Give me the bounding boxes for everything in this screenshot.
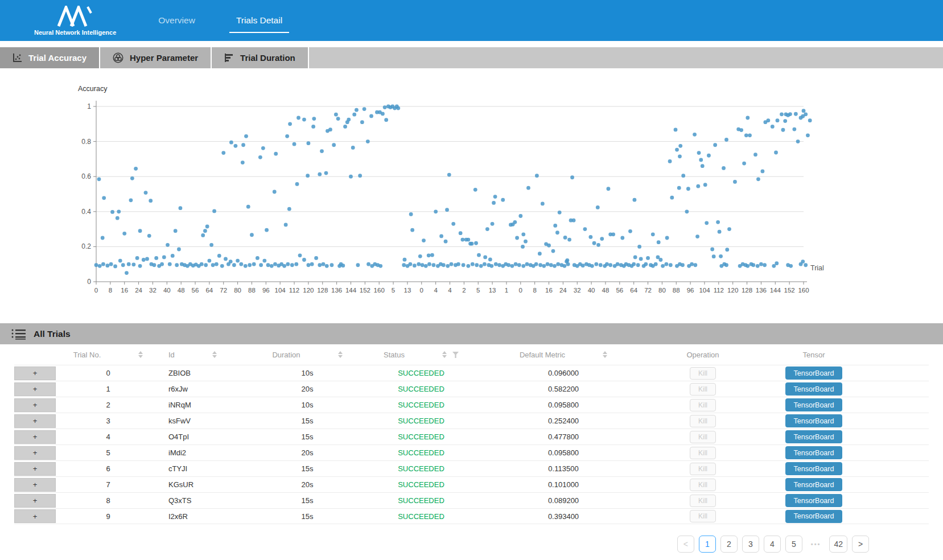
scatter-point[interactable] [217, 254, 221, 258]
tensorboard-button[interactable]: TensorBoard [785, 446, 842, 459]
scatter-point[interactable] [759, 262, 763, 266]
scatter-point[interactable] [524, 240, 528, 244]
scatter-point[interactable] [670, 196, 674, 200]
expand-row-button[interactable]: + [14, 509, 56, 523]
scatter-point[interactable] [211, 263, 215, 267]
scatter-point[interactable] [693, 263, 697, 267]
scatter-point[interactable] [134, 167, 138, 171]
scatter-point[interactable] [766, 118, 770, 122]
scatter-point[interactable] [756, 177, 760, 181]
kill-button[interactable]: Kill [690, 399, 716, 411]
scatter-point[interactable] [592, 241, 596, 245]
scatter-point[interactable] [241, 160, 245, 164]
scatter-point[interactable] [510, 264, 514, 268]
scatter-point[interactable] [403, 258, 407, 262]
scatter-point[interactable] [131, 262, 135, 266]
scatter-point[interactable] [506, 263, 510, 267]
scatter-point[interactable] [616, 262, 620, 266]
scatter-point[interactable] [149, 199, 153, 203]
scatter-point[interactable] [101, 262, 105, 266]
kill-button[interactable]: Kill [690, 447, 716, 459]
scatter-point[interactable] [678, 144, 682, 148]
expand-row-button[interactable]: + [14, 414, 56, 428]
scatter-point[interactable] [521, 245, 525, 249]
scatter-point[interactable] [369, 114, 373, 118]
scatter-point[interactable] [144, 191, 148, 195]
scatter-point[interactable] [555, 230, 559, 234]
scatter-point[interactable] [703, 183, 707, 187]
scatter-point[interactable] [521, 264, 525, 268]
expand-row-button[interactable]: + [14, 494, 56, 508]
tab-trials-detail[interactable]: Trials Detail [232, 12, 287, 29]
scatter-point[interactable] [678, 154, 682, 158]
scatter-point[interactable] [497, 263, 501, 267]
scatter-point[interactable] [725, 248, 729, 252]
scatter-point[interactable] [546, 262, 550, 266]
scatter-point[interactable] [221, 151, 225, 155]
scatter-point[interactable] [179, 206, 183, 210]
scatter-point[interactable] [138, 229, 142, 233]
scatter-point[interactable] [145, 257, 149, 261]
scatter-point[interactable] [205, 225, 209, 229]
scatter-point[interactable] [494, 262, 498, 266]
scatter-point[interactable] [719, 254, 723, 258]
kill-button[interactable]: Kill [690, 415, 716, 427]
tensorboard-button[interactable]: TensorBoard [785, 494, 842, 507]
scatter-point[interactable] [318, 172, 322, 176]
scatter-point[interactable] [352, 113, 356, 117]
scatter-point[interactable] [748, 133, 752, 137]
scatter-point[interactable] [514, 262, 518, 266]
header-status[interactable]: Status [364, 351, 478, 359]
scatter-point[interactable] [130, 176, 134, 180]
scatter-point[interactable] [138, 264, 142, 268]
scatter-point[interactable] [310, 262, 314, 266]
scatter-point[interactable] [293, 142, 297, 146]
scatter-point[interactable] [693, 133, 697, 137]
scatter-point[interactable] [646, 256, 650, 260]
scatter-point[interactable] [422, 238, 426, 242]
scatter-point[interactable] [525, 262, 529, 266]
scatter-point[interactable] [262, 259, 266, 263]
scatter-point[interactable] [175, 263, 179, 267]
kill-button[interactable]: Kill [690, 479, 716, 491]
scatter-point[interactable] [135, 256, 139, 260]
scatter-point[interactable] [542, 264, 546, 268]
scatter-point[interactable] [312, 117, 316, 121]
scatter-point[interactable] [633, 198, 637, 202]
scatter-point[interactable] [596, 243, 600, 247]
scatter-point[interactable] [608, 263, 612, 267]
sort-icon[interactable] [603, 351, 607, 358]
sort-icon[interactable] [338, 351, 343, 358]
scatter-point[interactable] [722, 166, 726, 170]
scatter-point[interactable] [753, 153, 757, 157]
scatter-point[interactable] [101, 236, 105, 240]
ellipsis[interactable]: ••• [807, 536, 825, 553]
expand-row-button[interactable]: + [14, 446, 56, 460]
tensorboard-button[interactable]: TensorBoard [785, 462, 842, 475]
scatter-point[interactable] [483, 255, 487, 259]
scatter-point[interactable] [97, 177, 101, 181]
scatter-point[interactable] [314, 256, 318, 260]
scatter-point[interactable] [685, 209, 689, 213]
scatter-point[interactable] [483, 262, 487, 266]
scatter-point[interactable] [363, 107, 367, 111]
scatter-point[interactable] [259, 263, 263, 267]
scatter-point[interactable] [718, 230, 722, 234]
scatter-point[interactable] [517, 263, 521, 267]
scatter-point[interactable] [664, 262, 668, 266]
scatter-point[interactable] [367, 262, 370, 266]
scatter-point[interactable] [489, 264, 493, 268]
scatter-point[interactable] [479, 264, 483, 268]
scatter-point[interactable] [746, 116, 750, 120]
scatter-point[interactable] [250, 233, 254, 237]
scatter-point[interactable] [677, 186, 681, 190]
scatter-point[interactable] [244, 134, 248, 138]
scatter-point[interactable] [801, 260, 805, 263]
scatter-point[interactable] [209, 243, 213, 247]
scatter-point[interactable] [171, 254, 175, 258]
scatter-point[interactable] [547, 244, 551, 248]
scatter-point[interactable] [266, 263, 270, 267]
scatter-point[interactable] [177, 248, 181, 252]
scatter-point[interactable] [413, 263, 417, 267]
scatter-point[interactable] [690, 262, 694, 266]
